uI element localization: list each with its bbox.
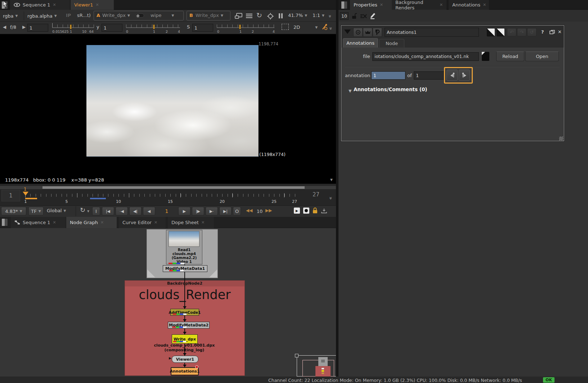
- proxy-lines-icon[interactable]: [246, 13, 253, 19]
- refresh-icon[interactable]: ↻: [256, 11, 262, 19]
- revert-button[interactable]: ↺: [527, 28, 537, 36]
- timeline-current-box[interactable]: 1: [1, 190, 20, 201]
- tab-properties[interactable]: Properties✕: [350, 0, 398, 10]
- file-browse-icon[interactable]: [482, 52, 489, 61]
- float-panel-icon[interactable]: [549, 30, 555, 35]
- gain-input[interactable]: [27, 24, 48, 32]
- step-back-button[interactable]: ◀|: [129, 207, 142, 215]
- wipe-toggle[interactable]: [135, 13, 144, 18]
- close-icon[interactable]: ✕: [440, 3, 443, 7]
- sat-slider-handle[interactable]: [239, 25, 241, 29]
- playhead-marker[interactable]: [23, 192, 28, 196]
- panel-grip-icon[interactable]: [1, 218, 8, 226]
- tab-background-renders[interactable]: Background Renders✕: [392, 0, 446, 10]
- input-a-select[interactable]: Write_dpx▼: [102, 13, 130, 18]
- record-icon[interactable]: [303, 208, 309, 214]
- collapse-chevrons-icon[interactable]: »: [328, 197, 334, 199]
- hide-input-button[interactable]: [363, 28, 372, 37]
- sat-slider[interactable]: [217, 27, 274, 28]
- tf-select[interactable]: TF▼: [28, 207, 44, 215]
- panel-resize-grip[interactable]: [559, 137, 563, 141]
- ip-toggle[interactable]: IP: [66, 13, 71, 18]
- mark-out-button[interactable]: O: [233, 207, 241, 215]
- close-icon[interactable]: ✕: [201, 220, 205, 225]
- prev-arrow-icon[interactable]: ◀: [3, 25, 6, 30]
- center-node-button[interactable]: [353, 28, 363, 37]
- info-dropdown-icon[interactable]: ▼: [330, 178, 333, 182]
- tab-node-annotations[interactable]: Annotations: [343, 38, 378, 48]
- mark-in-button[interactable]: I: [92, 207, 100, 215]
- panel-grip-icon[interactable]: [341, 1, 347, 9]
- undo-button[interactable]: ↶: [507, 28, 516, 36]
- close-panel-button[interactable]: ✕: [558, 29, 562, 35]
- timeline-scrollbar-thumb[interactable]: [42, 186, 305, 189]
- wipe-select[interactable]: wipe▼: [151, 13, 174, 18]
- collapse-chevrons-icon[interactable]: »: [328, 27, 334, 30]
- monitor-out-icon[interactable]: [235, 13, 243, 19]
- render-out-icon[interactable]: [321, 208, 327, 214]
- close-icon[interactable]: ✕: [53, 3, 56, 7]
- tab-node-graph[interactable]: Node Graph✕: [66, 217, 117, 228]
- swap-ab-button-2[interactable]: [497, 28, 505, 36]
- layer-select[interactable]: rgba.alpha▼: [27, 12, 57, 20]
- next-annotation-button[interactable]: [459, 70, 470, 81]
- channels-select[interactable]: rgba▼: [3, 12, 18, 20]
- lut-select[interactable]: sR...t): [77, 13, 91, 18]
- tab-curve-editor[interactable]: Curve Editor✕: [119, 217, 166, 228]
- tab-sequence1-dag[interactable]: Sequence 1✕: [11, 217, 66, 228]
- collapse-triangle-icon[interactable]: [344, 30, 351, 34]
- aspect-select[interactable]: 1:1▼: [313, 13, 324, 18]
- next-keyframe-button[interactable]: ▶·: [206, 207, 218, 215]
- node-write-dpx[interactable]: Write_dpx: [172, 334, 198, 344]
- play-backward-button[interactable]: ◀: [143, 207, 155, 215]
- close-icon[interactable]: ✕: [95, 3, 99, 7]
- prev-annotation-button[interactable]: [446, 70, 458, 81]
- node-viewer1[interactable]: Viewer1: [172, 356, 198, 363]
- playback-speed-select[interactable]: 4.83*▼: [1, 207, 26, 215]
- gamma-slider-handle[interactable]: [153, 25, 155, 29]
- roi-icon[interactable]: [282, 24, 289, 30]
- panel-divider[interactable]: [336, 0, 338, 383]
- settings-wrench-button[interactable]: [373, 28, 382, 37]
- minimap-resize-handle[interactable]: [295, 354, 299, 357]
- flipbook-icon[interactable]: ▶: [294, 208, 300, 214]
- loop-mode-icon[interactable]: ↻▼: [80, 206, 89, 214]
- lock-range-icon[interactable]: [313, 208, 318, 214]
- tab-annotations[interactable]: Annotations✕: [449, 0, 489, 10]
- comments-collapse-icon[interactable]: ▼: [349, 89, 351, 93]
- gain-slider-handle[interactable]: [70, 25, 72, 29]
- step-forward-button[interactable]: |▶: [192, 207, 204, 215]
- range-mode-select[interactable]: Global▼: [47, 208, 66, 213]
- close-icon[interactable]: ✕: [483, 3, 486, 7]
- prev-keyframe-button[interactable]: ·◀: [116, 207, 128, 215]
- tab-node-node[interactable]: Node: [379, 39, 404, 48]
- file-input[interactable]: [372, 52, 479, 61]
- collapse-chevrons-icon[interactable]: »: [327, 15, 333, 17]
- input-b-select[interactable]: Write_dpx▼: [196, 13, 223, 18]
- annotation-total-input[interactable]: [414, 71, 444, 80]
- zoom-select[interactable]: 41.7%▼: [288, 13, 307, 18]
- swap-ab-button[interactable]: [487, 28, 495, 36]
- tab-sequence1-viewer[interactable]: Sequence 1 ✕: [10, 0, 70, 10]
- mode-2d-select[interactable]: 2D▼: [293, 25, 318, 30]
- play-forward-button[interactable]: ▶: [178, 207, 190, 215]
- annotation-index-input[interactable]: [371, 71, 405, 80]
- goto-start-button[interactable]: |◀: [102, 207, 114, 215]
- sample-wand-icon[interactable]: [322, 24, 328, 30]
- jump-back-icon[interactable]: ◀◀: [246, 208, 252, 213]
- redo-button[interactable]: ↷: [517, 28, 526, 36]
- goto-end-button[interactable]: ▶|: [219, 207, 232, 215]
- lock-panels-icon[interactable]: [351, 13, 357, 19]
- close-icon[interactable]: ✕: [380, 3, 383, 7]
- frame-step-input[interactable]: 10: [255, 207, 265, 215]
- node-annotations1[interactable]: Annotations1: [171, 367, 199, 375]
- jump-forward-icon[interactable]: ▶▶: [265, 208, 272, 213]
- tab-dope-sheet[interactable]: Dope Sheet✕: [168, 217, 214, 228]
- close-icon[interactable]: ✕: [53, 220, 56, 225]
- pause-icon[interactable]: [279, 13, 283, 18]
- viewer-image[interactable]: [86, 45, 259, 157]
- clear-panels-icon[interactable]: [360, 13, 367, 19]
- close-icon[interactable]: ✕: [154, 220, 157, 225]
- next-arrow-icon[interactable]: ▶: [22, 25, 26, 30]
- reload-button[interactable]: Reload: [496, 52, 524, 61]
